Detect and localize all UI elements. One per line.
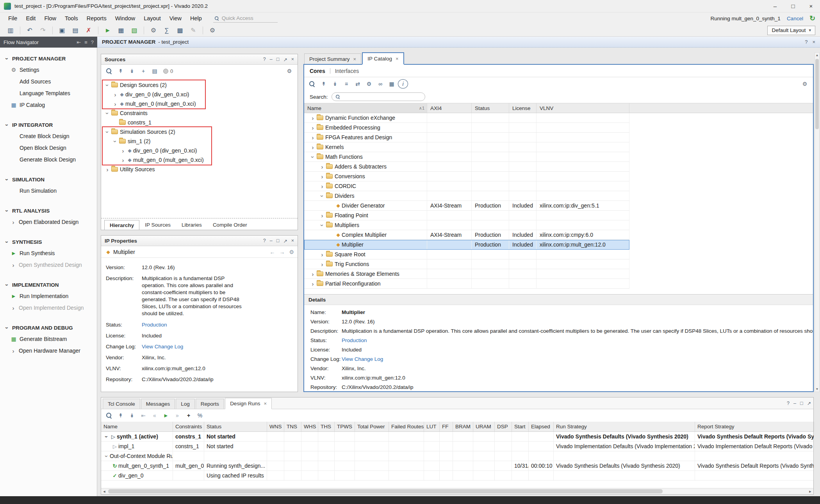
column-header-ff[interactable]: FF [440, 422, 453, 431]
menu-layout[interactable]: Layout [139, 14, 165, 23]
settings-icon[interactable]: ⚙ [284, 66, 294, 76]
run-icon[interactable]: ► [102, 25, 114, 35]
search-icon[interactable] [104, 411, 114, 420]
ip-catalog-row[interactable]: ◆Divider GeneratorAXI4-StreamProductionI… [304, 201, 629, 211]
ip-search-box[interactable] [332, 92, 425, 101]
flow-section-simulation[interactable]: ›SIMULATION [0, 174, 97, 185]
tab-close-icon[interactable]: × [264, 401, 267, 406]
scroll-up-icon[interactable]: ▲ [815, 53, 819, 57]
minimize-icon[interactable]: – [270, 238, 273, 244]
vertical-scrollbar[interactable]: ▲ ▼ [815, 52, 820, 392]
chevron-down-icon[interactable]: › [104, 433, 110, 440]
field-link[interactable]: View Change Log [342, 356, 813, 362]
tab-ip-sources[interactable]: IP Sources [139, 220, 176, 230]
percent-icon[interactable]: % [195, 411, 205, 420]
column-header-failed-routes[interactable]: Failed Routes [389, 422, 424, 431]
tree-row[interactable]: ›Constraints [103, 108, 298, 118]
maximize-icon[interactable]: ↗ [283, 238, 287, 244]
chevron-right-icon[interactable]: › [319, 213, 325, 218]
flow-item-language-templates[interactable]: Language Templates [0, 87, 97, 99]
chevron-down-icon[interactable]: › [105, 129, 111, 135]
chevron-down-icon[interactable]: › [104, 453, 110, 459]
flow-item-generate-block-design[interactable]: Generate Block Design [0, 154, 97, 165]
tab-log[interactable]: Log [176, 399, 195, 409]
field-link[interactable]: Production [142, 321, 167, 328]
flow-section-project-manager[interactable]: ›PROJECT MANAGER [0, 53, 97, 64]
ip-catalog-row[interactable]: ›Embedded Processing [304, 123, 629, 133]
chevron-right-icon[interactable]: › [310, 115, 316, 121]
flow-section-rtl-analysis[interactable]: ›RTL ANALYSIS [0, 205, 97, 216]
ip-catalog-row[interactable]: ›Dividers [304, 191, 629, 201]
tree-row[interactable]: ›sim_1 (2) [103, 137, 211, 146]
design-run-row[interactable]: ›Out-of-Context Module Runs [101, 451, 813, 461]
float-icon[interactable]: □ [276, 238, 280, 244]
column-header-whs[interactable]: WHS [301, 422, 318, 431]
column-header-bram[interactable]: BRAM [453, 422, 473, 431]
settings-icon[interactable]: ⚙ [800, 79, 810, 89]
field-link[interactable]: View Change Log [142, 343, 183, 350]
quick-access-input[interactable] [222, 15, 269, 21]
ip-catalog-row[interactable]: ›Math Functions [304, 152, 629, 162]
redo-icon[interactable]: ↷ [37, 25, 49, 35]
chevron-right-icon[interactable]: › [112, 92, 118, 98]
ip-catalog-row[interactable]: ›Conversions [304, 172, 629, 181]
column-header-axi4[interactable]: AXI4 [427, 103, 472, 113]
tab-compile-order[interactable]: Compile Order [207, 220, 253, 230]
menu-edit[interactable]: Edit [21, 14, 40, 23]
ip-catalog-row[interactable]: ›Floating Point [304, 211, 629, 220]
help-icon[interactable]: ? [91, 39, 94, 45]
column-header-wns[interactable]: WNS [267, 422, 284, 431]
step-forward-icon[interactable]: » [172, 411, 182, 420]
field-link[interactable]: Production [342, 337, 813, 344]
tree-row[interactable]: ›Design Sources (2) [103, 80, 205, 90]
help-icon[interactable]: ? [263, 238, 266, 244]
menu-icon[interactable]: ≡ [84, 39, 87, 45]
menu-file[interactable]: File [4, 14, 21, 23]
copy-icon[interactable]: ▣ [56, 25, 68, 35]
flow-item-open-elaborated-design[interactable]: ›Open Elaborated Design [0, 216, 97, 228]
layers-icon[interactable]: ▦ [115, 25, 127, 35]
expand-all-icon[interactable]: ↡ [127, 66, 137, 76]
flow-item-open-hardware-manager[interactable]: ›Open Hardware Manager [0, 345, 97, 357]
chevron-right-icon[interactable]: › [319, 174, 325, 179]
ip-catalog-row[interactable]: ›Trig Functions [304, 259, 629, 269]
menu-view[interactable]: View [165, 14, 186, 23]
scrollbar-thumb[interactable] [108, 489, 663, 493]
menu-help[interactable]: Help [186, 14, 206, 23]
go-first-icon[interactable]: ⇤ [138, 411, 148, 420]
help-icon[interactable]: ? [787, 400, 790, 406]
horizontal-scrollbar[interactable]: ◄ ► [101, 488, 813, 494]
column-header-total-power[interactable]: Total Power [355, 422, 389, 431]
help-icon[interactable]: ? [263, 57, 266, 62]
help-icon[interactable]: ? [805, 39, 808, 45]
menu-flow[interactable]: Flow [40, 14, 61, 23]
grid-icon[interactable]: ▦ [387, 79, 397, 89]
chevron-right-icon[interactable]: › [319, 252, 325, 257]
scrollbar-thumb[interactable] [815, 59, 819, 129]
chevron-right-icon[interactable]: › [310, 271, 316, 277]
tree-row[interactable]: ›◆div_gen_0 (div_gen_0.xci) [103, 90, 205, 99]
flow-section-synthesis[interactable]: ›SYNTHESIS [0, 236, 97, 247]
search-icon[interactable] [104, 66, 114, 76]
menu-reports[interactable]: Reports [82, 14, 111, 23]
column-header-status[interactable]: Status [472, 103, 509, 113]
design-run-row[interactable]: ›▷synth_1 (active)constrs_1Not startedVi… [101, 432, 813, 442]
tree-row[interactable]: ›Utility Sources [103, 165, 298, 174]
collapse-all-icon[interactable]: ↟ [116, 66, 126, 76]
flow-item-settings[interactable]: ⚙Settings [0, 64, 97, 76]
close-icon[interactable]: × [291, 238, 294, 244]
chevron-right-icon[interactable]: › [310, 281, 316, 287]
column-header-status[interactable]: Status [204, 422, 267, 431]
doc-icon[interactable]: ▤ [150, 66, 160, 76]
close-icon[interactable]: × [812, 39, 815, 45]
minimize-icon[interactable]: – [270, 57, 273, 62]
column-header-dsp[interactable]: DSP [495, 422, 512, 431]
column-header-elapsed[interactable]: Elapsed [529, 422, 554, 431]
maximize-icon[interactable]: ↗ [283, 57, 287, 62]
design-run-row[interactable]: ↻mult_gen_0_synth_1mult_gen_0Running syn… [101, 461, 813, 471]
ip-catalog-row[interactable]: ›Adders & Subtracters [304, 162, 629, 172]
column-header-start[interactable]: Start [512, 422, 529, 431]
column-header-ths[interactable]: THS [318, 422, 335, 431]
flow-item-create-block-design[interactable]: Create Block Design [0, 130, 97, 142]
chevron-right-icon[interactable]: › [310, 135, 316, 140]
